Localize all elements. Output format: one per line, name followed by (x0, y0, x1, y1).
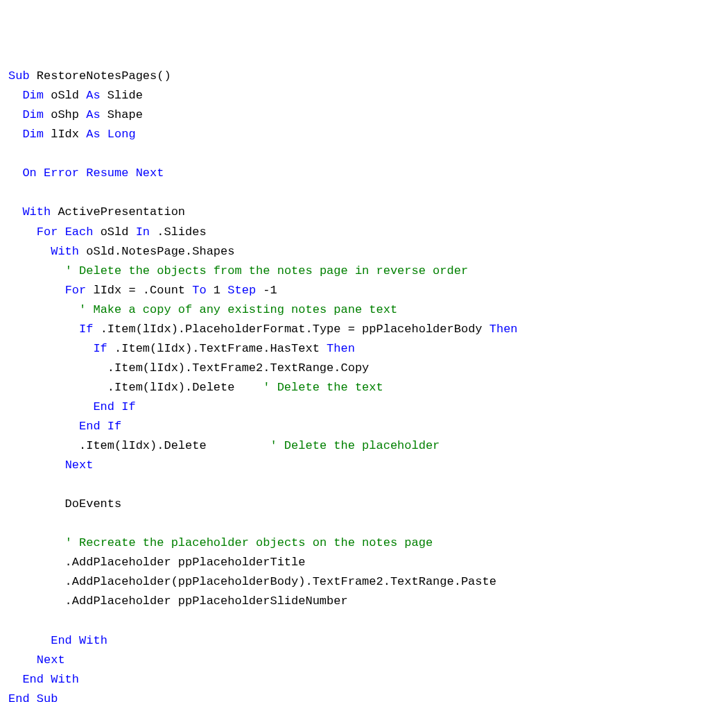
code-token (8, 205, 22, 219)
code-line: End With (8, 670, 720, 690)
code-line: .AddPlaceholder ppPlaceholderSlideNumber (8, 592, 720, 611)
code-token: oShp (44, 108, 86, 121)
code-token (114, 400, 121, 413)
code-line: For lIdx = .Count To 1 Step -1 (8, 281, 720, 300)
code-token (101, 128, 107, 141)
code-token: In (136, 225, 150, 239)
code-token: ' Delete the text (263, 381, 383, 394)
code-token: ' Delete the placeholder (270, 439, 440, 452)
code-line (8, 475, 720, 495)
code-token: If (121, 400, 135, 413)
code-token: If (79, 323, 93, 336)
code-token (8, 89, 22, 102)
code-token (8, 634, 51, 647)
code-token: Next (37, 653, 65, 667)
code-token: oSld (93, 225, 135, 239)
code-token (8, 653, 37, 667)
code-line: Sub RestoreNotesPages() (8, 67, 720, 86)
code-block: Sub RestoreNotesPages() Dim oSld As Slid… (8, 67, 720, 702)
code-line: End Sub (8, 690, 720, 702)
code-line: End If (8, 397, 720, 417)
code-token: Next (136, 166, 164, 180)
code-line: Next (8, 651, 720, 670)
code-token: Slide (101, 89, 143, 102)
code-token (8, 536, 65, 549)
code-line (8, 183, 720, 203)
code-token: With (79, 634, 107, 647)
code-line: .AddPlaceholder ppPlaceholderTitle (8, 553, 720, 572)
code-token (8, 400, 93, 413)
code-token: DoEvents (8, 497, 121, 511)
code-token: -1 (256, 284, 277, 297)
code-token (8, 225, 37, 239)
code-token: Sub (8, 69, 30, 83)
code-line: If .Item(lIdx).TextFrame.HasText Then (8, 339, 720, 359)
code-token: lIdx (44, 128, 86, 141)
code-line (8, 611, 720, 631)
code-token: Dim (22, 128, 44, 141)
code-token: .Item(lIdx).Delete (8, 439, 270, 452)
code-token: As (86, 108, 100, 121)
code-line: Dim oShp As Shape (8, 105, 720, 125)
code-token: oSld (44, 89, 86, 102)
code-line (8, 144, 720, 164)
code-token: Resume (86, 166, 128, 180)
code-token: .AddPlaceholder ppPlaceholderTitle (8, 556, 305, 569)
code-token: Step (227, 284, 256, 297)
code-token: oSld.NotesPage.Shapes (79, 245, 234, 258)
code-token: Each (65, 225, 94, 239)
code-line: End If (8, 417, 720, 436)
code-token (8, 673, 22, 686)
code-token: With (51, 673, 79, 686)
code-token: End (51, 634, 72, 647)
code-token (44, 673, 51, 686)
code-token: ' Delete the objects from the notes page… (65, 264, 469, 277)
code-token: To (192, 284, 206, 297)
code-line: ' Delete the objects from the notes page… (8, 262, 720, 281)
code-line: ' Recreate the placeholder objects on th… (8, 533, 720, 553)
code-token (8, 166, 22, 180)
code-token: End (79, 420, 101, 433)
code-token: For (37, 225, 58, 239)
code-line: .Item(lIdx).Delete ' Delete the text (8, 378, 720, 397)
code-token: .Item(lIdx).Delete (8, 381, 263, 394)
code-token (8, 108, 22, 121)
code-line: Dim lIdx As Long (8, 125, 720, 144)
code-token: ActivePresentation (51, 205, 185, 219)
code-token (8, 323, 79, 336)
code-token: .Item(lIdx).PlaceholderFormat.Type = ppP… (93, 323, 489, 336)
code-line: End With (8, 631, 720, 651)
code-line: .AddPlaceholder(ppPlaceholderBody).TextF… (8, 572, 720, 592)
code-token: If (93, 342, 107, 355)
code-line: On Error Resume Next (8, 164, 720, 183)
code-token: .Slides (150, 225, 207, 239)
code-token (8, 420, 79, 433)
code-line: .Item(lIdx).Delete ' Delete the placehol… (8, 436, 720, 456)
code-token (79, 166, 86, 180)
code-token: ' Recreate the placeholder objects on th… (65, 536, 433, 549)
code-line: Dim oSld As Slide (8, 86, 720, 105)
code-token (8, 264, 65, 277)
code-line: If .Item(lIdx).PlaceholderFormat.Type = … (8, 320, 720, 339)
code-token: With (22, 205, 51, 219)
code-token: Dim (22, 89, 44, 102)
code-line: With oSld.NotesPage.Shapes (8, 242, 720, 262)
code-line: Next (8, 456, 720, 475)
code-token (30, 692, 37, 702)
code-token (8, 459, 65, 472)
code-line: DoEvents (8, 495, 720, 514)
code-line: With ActivePresentation (8, 203, 720, 222)
code-line: ' Make a copy of any existing notes pane… (8, 300, 720, 320)
code-token: .AddPlaceholder(ppPlaceholderBody).TextF… (8, 575, 496, 588)
code-token (37, 166, 44, 180)
code-token: .AddPlaceholder ppPlaceholderSlideNumber (8, 594, 348, 608)
code-token: .Item(lIdx).TextFrame2.TextRange.Copy (8, 361, 369, 375)
code-token: lIdx = .Count (86, 284, 192, 297)
code-token: 1 (207, 284, 228, 297)
code-token: With (51, 245, 79, 258)
code-line (8, 514, 720, 533)
code-token (58, 225, 64, 239)
code-token: .Item(lIdx).TextFrame.HasText (107, 342, 327, 355)
code-token (8, 284, 65, 297)
code-token: Shape (101, 108, 143, 121)
